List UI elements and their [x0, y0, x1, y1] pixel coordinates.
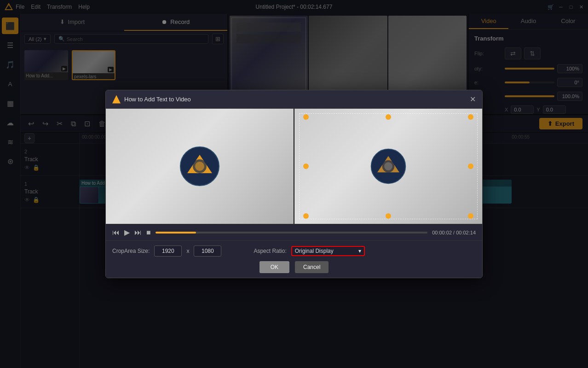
modal-logo-left [179, 146, 220, 187]
ok-button[interactable]: OK [259, 261, 289, 273]
ctrl-next-button[interactable]: ⏭ [134, 228, 142, 237]
svg-point-5 [195, 162, 204, 171]
modal-progress-fill [156, 232, 196, 234]
dialog-buttons: OK Cancel [112, 261, 476, 273]
crop-handle-tm[interactable] [386, 114, 391, 120]
modal-logo-right [370, 148, 407, 185]
crop-handle-mr[interactable] [468, 164, 473, 169]
ctrl-prev-button[interactable]: ⏮ [112, 228, 120, 237]
crop-handle-ml[interactable] [303, 164, 309, 169]
modal-close-button[interactable]: ✕ [470, 95, 476, 104]
aspect-label: Aspect Ratio: [254, 248, 286, 254]
modal-header: How to Add Text to Video ✕ [106, 90, 482, 109]
aspect-wrapper: Aspect Ratio: Original Display ▾ [254, 246, 364, 256]
crop-width-input[interactable] [154, 245, 182, 257]
crop-frame [304, 115, 473, 218]
cancel-button[interactable]: Cancel [295, 261, 329, 273]
crop-x-separator: x [186, 248, 189, 254]
modal-footer: CropArea Size: x Aspect Ratio: Original … [106, 240, 482, 278]
crop-handle-tr[interactable] [468, 114, 473, 120]
crop-height-input[interactable] [194, 245, 221, 257]
modal-controls: ⏮ ▶ ⏭ ■ 00:00:02 / 00:02:14 [106, 224, 482, 240]
modal-title: How to Add Text to Video [124, 96, 466, 103]
crop-handle-br[interactable] [468, 213, 473, 219]
crop-handle-bl[interactable] [303, 213, 309, 219]
aspect-value: Original Display [295, 248, 334, 254]
modal-progress-bar[interactable] [156, 232, 428, 234]
ctrl-play-button[interactable]: ▶ [124, 228, 130, 237]
modal-video-left [106, 109, 294, 224]
modal-logo [112, 95, 121, 104]
modal-overlay: How to Add Text to Video ✕ [0, 0, 588, 368]
crop-handle-bm[interactable] [386, 213, 391, 219]
crop-label: CropArea Size: [112, 248, 150, 254]
crop-size-row: CropArea Size: x Aspect Ratio: Original … [112, 245, 476, 257]
aspect-ratio-dropdown[interactable]: Original Display ▾ [291, 246, 365, 256]
modal-body [106, 109, 482, 224]
modal-time-display: 00:00:02 / 00:02:14 [432, 230, 476, 235]
modal-video-right [294, 109, 482, 224]
crop-dialog: How to Add Text to Video ✕ [105, 90, 483, 278]
crop-handle-tl[interactable] [303, 114, 309, 120]
ctrl-stop-button[interactable]: ■ [146, 228, 151, 237]
aspect-chevron-icon: ▾ [358, 248, 361, 254]
svg-point-9 [384, 162, 392, 170]
